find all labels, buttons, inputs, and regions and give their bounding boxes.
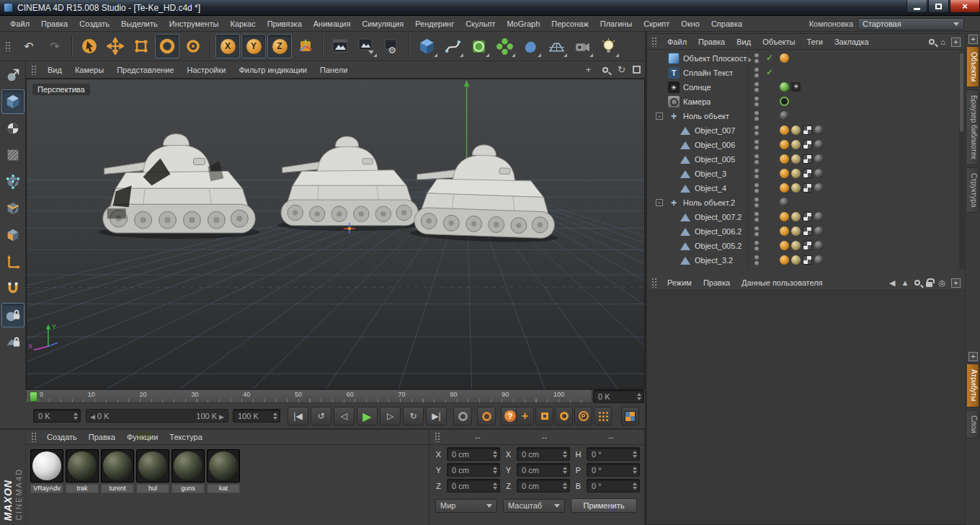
material-name[interactable]: guns (172, 484, 205, 493)
material-preview-sphere[interactable] (172, 449, 205, 482)
object-label[interactable]: Object_005 (695, 155, 735, 164)
texture-axis-mode-button[interactable] (1, 143, 24, 167)
model-mode-button[interactable] (1, 89, 24, 114)
visibility-dots[interactable] (752, 183, 762, 193)
panel-tab[interactable]: Атрибуты (967, 363, 979, 407)
panel-menu-icon[interactable]: + (951, 38, 961, 47)
uvw-tag-icon[interactable] (791, 183, 801, 193)
tank-model-middle[interactable] (277, 136, 422, 231)
object-row[interactable]: - Ноль объект (648, 109, 958, 123)
enabled-state-icon[interactable] (765, 53, 775, 63)
texture-tag-icon[interactable] (803, 125, 812, 135)
camera-tag-icon[interactable] (780, 97, 789, 106)
object-row[interactable]: - Object_007 (648, 123, 958, 138)
uvw-tag-icon[interactable] (791, 226, 801, 236)
stepper-icon[interactable] (490, 467, 497, 474)
object-label[interactable]: Object_006.2 (695, 227, 741, 236)
visibility-dots[interactable] (752, 198, 762, 208)
workplane-mode-button[interactable] (1, 303, 24, 327)
phong-tag-icon[interactable] (780, 154, 789, 164)
panel-grip-icon[interactable] (651, 278, 658, 288)
viewport-menu-item[interactable]: Панели (313, 66, 354, 74)
stepper-icon[interactable] (490, 482, 497, 490)
stepper-icon[interactable] (630, 451, 637, 458)
viewport-canvas[interactable]: Y X Перспектива (26, 79, 645, 389)
material-tag-icon[interactable] (780, 111, 789, 120)
object-label[interactable]: Object_005.2 (695, 242, 741, 250)
toggle-view-icon[interactable] (633, 66, 641, 74)
go-to-end-button[interactable]: ▶| (426, 407, 447, 425)
uvw-tag-icon[interactable] (791, 169, 801, 178)
add-panel-icon[interactable]: + (968, 352, 978, 361)
material-preview-sphere[interactable] (207, 449, 240, 482)
object-label[interactable]: Сплайн Текст (683, 69, 733, 77)
panel-grip-icon[interactable] (31, 432, 37, 442)
range-end-field[interactable]: 100 K (233, 409, 280, 423)
go-to-start-button[interactable]: |◀ (288, 407, 308, 425)
object-label[interactable]: Объект Плоскость (683, 54, 751, 63)
points-mode-button[interactable] (1, 169, 24, 194)
stepper-icon[interactable] (634, 393, 641, 400)
tank-model-right[interactable] (410, 143, 561, 244)
material-item[interactable]: VRayAdv (30, 449, 63, 493)
stepper-icon[interactable] (490, 451, 497, 458)
move-tool-button[interactable] (103, 34, 128, 58)
scale-tool-button[interactable] (129, 34, 153, 58)
menu-item[interactable]: Справка (705, 16, 748, 32)
key-pla-button[interactable] (594, 407, 612, 425)
vertical-splitter[interactable] (645, 32, 646, 525)
xpresso-tag-icon[interactable] (780, 82, 789, 92)
attribute-menu-item[interactable]: Правка (698, 278, 736, 287)
visibility-dots[interactable] (752, 111, 762, 121)
play-button[interactable]: ▶ (357, 407, 378, 425)
material-item[interactable]: kat (207, 449, 240, 493)
viewport-menu-item[interactable]: Камеры (68, 66, 110, 74)
viewport-menu-item[interactable]: Фильтр индикации (232, 66, 313, 74)
object-row[interactable]: - Объект Плоскость (648, 51, 958, 66)
material-name[interactable]: trak (66, 484, 99, 493)
phong-tag-icon[interactable] (780, 183, 789, 193)
material-tag-icon[interactable] (814, 226, 824, 236)
rotation-field[interactable]: 0 ° (587, 463, 640, 477)
add-spline-button[interactable] (440, 34, 465, 58)
texture-mode-button[interactable] (1, 116, 24, 141)
panel-grip-icon[interactable] (5, 41, 12, 51)
material-name[interactable]: kat (207, 484, 240, 493)
phong-tag-icon[interactable] (780, 226, 789, 236)
range-left-arrow-icon[interactable]: ◀ (90, 413, 95, 420)
pan-view-icon[interactable]: + (583, 64, 594, 75)
texture-tag-icon[interactable] (803, 226, 812, 236)
add-panel-icon[interactable]: + (968, 35, 978, 44)
material-tag-icon[interactable] (814, 169, 824, 178)
search-icon[interactable] (929, 39, 935, 45)
add-deformer-button[interactable] (518, 34, 543, 58)
last-tool-button[interactable] (181, 34, 205, 58)
object-label[interactable]: Object_007.2 (695, 213, 741, 221)
phong-tag-icon[interactable] (780, 255, 789, 265)
object-row[interactable]: - Object_3 (648, 167, 958, 181)
uvw-tag-icon[interactable] (791, 212, 801, 221)
viewport-menu-item[interactable]: Настройки (180, 66, 232, 74)
render-to-picture-viewer-button[interactable] (354, 34, 378, 58)
minimize-button[interactable] (906, 0, 927, 13)
title-bar[interactable]: CINEMA 4D R15.008 Studio - [Te-Ke_HD.c4d… (0, 0, 980, 16)
panel-tab[interactable]: Структура (967, 167, 979, 213)
live-selection-button[interactable] (77, 34, 102, 58)
undo-button[interactable]: ↶ (17, 34, 41, 58)
autokey-button[interactable] (477, 407, 496, 425)
size-field[interactable]: 0 cm (517, 479, 570, 493)
enabled-state-icon[interactable] (765, 67, 775, 77)
timeline-frame-field[interactable]: 0 K (593, 389, 644, 403)
visibility-dots[interactable] (752, 169, 762, 179)
lock-y-axis-button[interactable]: Y (241, 34, 266, 58)
redo-button[interactable]: ↷ (43, 34, 67, 58)
material-preview-sphere[interactable] (66, 449, 99, 482)
material-item[interactable]: turent (101, 449, 134, 493)
object-row[interactable]: - Object_006 (648, 138, 958, 152)
menu-item[interactable]: Привязка (262, 16, 308, 32)
material-name[interactable]: VRayAdv (30, 484, 63, 493)
material-menu-item[interactable]: Правка (83, 433, 121, 441)
panel-grip-icon[interactable] (31, 65, 37, 75)
uvw-tag-icon[interactable] (791, 255, 801, 265)
material-preview-sphere[interactable] (30, 449, 63, 482)
